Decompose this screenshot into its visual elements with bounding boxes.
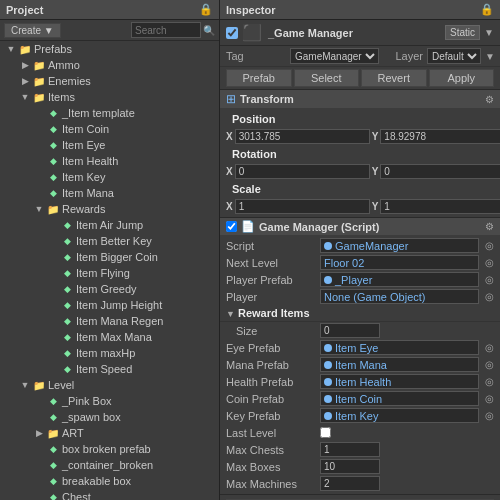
tree-item-ammo[interactable]: ▶ 📁 Ammo — [0, 57, 219, 73]
tree-item-item-template[interactable]: ◆ _Item template — [0, 105, 219, 121]
tree-item-prefabs[interactable]: ▼ 📁 Prefabs — [0, 41, 219, 57]
mana-select-icon[interactable]: ◎ — [485, 359, 494, 370]
tree-item-item-speed[interactable]: ◆ Item Speed — [0, 361, 219, 377]
lock-icon[interactable]: 🔒 — [199, 3, 213, 16]
key-select-icon[interactable]: ◎ — [485, 410, 494, 421]
tree-item-chest[interactable]: ◆ Chest — [0, 489, 219, 500]
max-boxes-field[interactable] — [320, 459, 380, 474]
rotation-xyz-row: X Y Z — [220, 163, 500, 180]
eye-select-icon[interactable]: ◎ — [485, 342, 494, 353]
tree-label: Chest — [62, 491, 91, 500]
tree-item-item-jump-height[interactable]: ◆ Item Jump Height — [0, 297, 219, 313]
coin-select-icon[interactable]: ◎ — [485, 393, 494, 404]
tree-item-item-maxhp[interactable]: ◆ Item maxHp — [0, 345, 219, 361]
tree-item-items[interactable]: ▼ 📁 Items — [0, 89, 219, 105]
tree-item-item-health[interactable]: ◆ Item Health — [0, 153, 219, 169]
tree-item-item-greedy[interactable]: ◆ Item Greedy — [0, 281, 219, 297]
max-machines-row: Max Machines — [220, 475, 500, 492]
gm-settings-icon[interactable]: ⚙ — [485, 221, 494, 232]
prefab-button[interactable]: Prefab — [226, 69, 292, 87]
project-toolbar: Create ▼ 🔍 — [0, 20, 219, 41]
tree-item-pink-box[interactable]: ◆ _Pink Box — [0, 393, 219, 409]
tree-item-item-max-mana[interactable]: ◆ Item Max Mana — [0, 329, 219, 345]
tree-label: Rewards — [62, 203, 105, 215]
tree-item-box-broken[interactable]: ◆ box broken prefab — [0, 441, 219, 457]
tree-item-item-key[interactable]: ◆ Item Key — [0, 169, 219, 185]
player-prefab-value: _Player — [335, 274, 372, 286]
tree-item-enemies[interactable]: ▶ 📁 Enemies — [0, 73, 219, 89]
tree-item-breakable-box[interactable]: ◆ breakable box — [0, 473, 219, 489]
size-field[interactable] — [320, 323, 380, 338]
max-chests-row: Max Chests — [220, 441, 500, 458]
position-x-field[interactable] — [235, 129, 370, 144]
coin-dot — [324, 395, 332, 403]
search-input[interactable] — [131, 22, 201, 38]
game-manager-header[interactable]: 📄 Game Manager (Script) ⚙ — [220, 218, 500, 235]
tree-item-container-broken[interactable]: ◆ _container_broken — [0, 457, 219, 473]
position-y-field[interactable] — [380, 129, 500, 144]
transform-settings-icon[interactable]: ⚙ — [485, 94, 494, 105]
scale-y-field[interactable] — [380, 199, 500, 214]
x-label: X — [226, 131, 233, 142]
component-enabled-checkbox[interactable] — [226, 221, 237, 232]
tree-item-level[interactable]: ▼ 📁 Level — [0, 377, 219, 393]
tree-item-item-bigger-coin[interactable]: ◆ Item Bigger Coin — [0, 249, 219, 265]
tree-item-item-coin[interactable]: ◆ Item Coin — [0, 121, 219, 137]
tree-item-item-flying[interactable]: ◆ Item Flying — [0, 265, 219, 281]
static-dropdown-icon[interactable]: ▼ — [484, 27, 494, 38]
transform-icon: ⊞ — [226, 92, 236, 106]
apply-button[interactable]: Apply — [429, 69, 495, 87]
player-prefab-dot — [324, 276, 332, 284]
mana-prefab-ref[interactable]: Item Mana — [320, 357, 479, 372]
prefab-icon: ◆ — [46, 154, 60, 168]
tree-item-item-eye[interactable]: ◆ Item Eye — [0, 137, 219, 153]
eye-dot — [324, 344, 332, 352]
layer-select[interactable]: Default — [427, 48, 481, 64]
script-ref[interactable]: GameManager — [320, 238, 479, 253]
next-level-ref[interactable]: Floor 02 — [320, 255, 479, 270]
tree-item-art[interactable]: ▶ 📁 ART — [0, 425, 219, 441]
next-level-select-icon[interactable]: ◎ — [485, 257, 494, 268]
tree-item-item-mana[interactable]: ◆ Item Mana — [0, 185, 219, 201]
tag-select[interactable]: GameManager — [290, 48, 379, 64]
tree-item-item-air-jump[interactable]: ◆ Item Air Jump — [0, 217, 219, 233]
player-select-icon[interactable]: ◎ — [485, 291, 494, 302]
tree-label: Item Air Jump — [76, 219, 143, 231]
coin-prefab-label: Coin Prefab — [226, 393, 316, 405]
tree-item-item-mana-regen[interactable]: ◆ Item Mana Regen — [0, 313, 219, 329]
tree-item-spawn-box[interactable]: ◆ _spawn box — [0, 409, 219, 425]
select-button[interactable]: Select — [294, 69, 360, 87]
object-active-checkbox[interactable] — [226, 27, 238, 39]
create-button[interactable]: Create ▼ — [4, 23, 61, 38]
coin-prefab-ref[interactable]: Item Coin — [320, 391, 479, 406]
prefab-icon: ◆ — [60, 218, 74, 232]
no-arrow — [46, 332, 60, 342]
rotation-y-field[interactable] — [380, 164, 500, 179]
lock-icon[interactable]: 🔒 — [480, 3, 494, 16]
scale-x-field[interactable] — [235, 199, 370, 214]
key-prefab-ref[interactable]: Item Key — [320, 408, 479, 423]
health-select-icon[interactable]: ◎ — [485, 376, 494, 387]
rotation-label: Rotation — [226, 146, 283, 162]
revert-button[interactable]: Revert — [361, 69, 427, 87]
tag-label: Tag — [226, 50, 286, 62]
tree-item-item-better-key[interactable]: ◆ Item Better Key — [0, 233, 219, 249]
script-select-icon[interactable]: ◎ — [485, 240, 494, 251]
max-machines-field[interactable] — [320, 476, 380, 491]
transform-component: ⊞ Transform ⚙ Position X Y Z Rota — [220, 90, 500, 218]
no-arrow — [32, 492, 46, 500]
last-level-checkbox[interactable] — [320, 427, 331, 438]
eye-prefab-ref[interactable]: Item Eye — [320, 340, 479, 355]
player-prefab-ref[interactable]: _Player — [320, 272, 479, 287]
size-label: Size — [226, 325, 316, 337]
health-prefab-ref[interactable]: Item Health — [320, 374, 479, 389]
no-arrow — [32, 460, 46, 470]
static-button[interactable]: Static — [445, 25, 480, 40]
tree-item-rewards[interactable]: ▼ 📁 Rewards — [0, 201, 219, 217]
transform-header[interactable]: ⊞ Transform ⚙ — [220, 90, 500, 108]
player-prefab-select-icon[interactable]: ◎ — [485, 274, 494, 285]
max-chests-field[interactable] — [320, 442, 380, 457]
rotation-x-field[interactable] — [235, 164, 370, 179]
player-value: None (Game Object) — [324, 291, 425, 303]
player-ref[interactable]: None (Game Object) — [320, 289, 479, 304]
